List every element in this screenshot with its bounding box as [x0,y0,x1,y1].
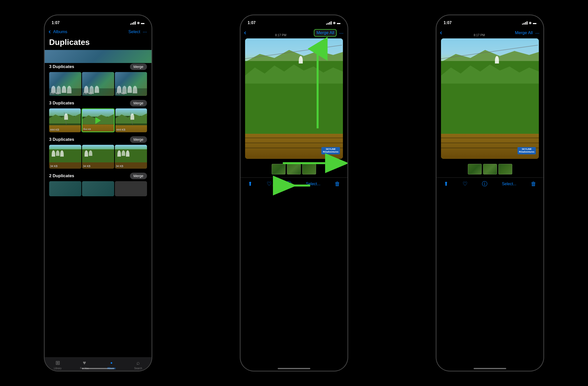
dup-photos-2: 444 KB 444 KB [49,108,147,132]
status-time-3: 1:07 [444,21,452,25]
tab-library-label-1: Library [54,367,62,370]
dup-group-4: 2 Duplicates Merge [45,173,152,200]
photo-2-3[interactable]: 444 KB [115,108,147,132]
share-button-2[interactable]: ⬆ [248,181,252,187]
back-button-1[interactable]: Albums [49,29,67,34]
thumb-3-1[interactable] [468,164,482,174]
wifi-icon-1: ⊛ [137,21,140,25]
skyline-logo-3: SKYLINEROadventures [518,147,536,154]
signal-icon-2 [326,21,332,25]
bottom-toolbar-2: ⬆ ♡ ⓘ Select... 🗑 [241,177,347,190]
photo-size-1-3: 230 KB [116,92,125,95]
delete-button-3[interactable]: 🗑 [531,181,536,187]
merge-all-button-2[interactable]: Merge All [314,29,337,37]
dup-count-2: 3 Duplicates [49,101,74,106]
photo-size-2-1: 444 KB [50,128,59,131]
thumb-3-2[interactable] [483,164,497,174]
dup-group-3: 3 Duplicates Merge 34 KB [45,136,152,173]
more-button-2[interactable]: ··· [339,30,343,36]
dup-photos-1: 230 KB 230 KB [49,72,147,96]
dup-photos-4 [49,181,147,196]
delete-button-2[interactable]: 🗑 [335,181,340,187]
photo-size-3-3: 34 KB [116,165,123,168]
merge-all-button-3[interactable]: Merge All [515,30,533,35]
top-photo-strip-1 [45,50,152,63]
page-title-1: Duplicates [45,36,152,50]
nav-time-3: 8:17 PM [444,33,515,37]
thumb-2-2[interactable] [287,164,301,174]
wifi-icon-3: ⊛ [529,21,532,25]
photo-4-1[interactable] [49,181,81,196]
photo-3-3[interactable]: 34 KB [115,145,147,169]
status-time-1: 1:07 [52,21,60,25]
dup-group-2: 3 Duplicates Merge 444 KB [45,100,152,136]
bottom-toolbar-3: ⬆ ♡ ⓘ Select... 🗑 [436,177,543,190]
status-icons-2: ⊛ ▬ [326,21,340,25]
dup-count-3: 3 Duplicates [49,137,74,142]
tab-library-1[interactable]: ⊞ Library [54,360,62,370]
status-icons-1: ⊛ ▬ [130,21,144,25]
nav-title-3: September 10, 2014 8:17 PM [444,29,515,37]
photo-4-2[interactable] [82,181,114,196]
tab-search-1[interactable]: ⌕ Search [134,360,142,370]
dup-header-4: 2 Duplicates Merge [49,173,147,179]
heart-button-2[interactable]: ♡ [267,181,272,187]
back-chevron-1 [49,30,51,33]
notch-3 [474,15,506,24]
merge-button-2[interactable]: Merge [130,100,147,106]
back-chevron-3 [440,31,443,34]
merge-button-3[interactable]: Merge [130,136,147,143]
phone-1: 1:07 ⊛ ▬ Albums Select ··· [44,15,152,371]
wifi-icon-2: ⊛ [333,21,336,25]
dup-group-1: 3 Duplicates Merge 230 KB [45,63,152,100]
dup-header-3: 3 Duplicates Merge [49,136,147,143]
select-button-3[interactable]: Select... [502,182,517,186]
library-icon-1: ⊞ [55,360,60,366]
info-button-2[interactable]: ⓘ [286,180,291,188]
select-button-2[interactable]: Select... [306,182,320,186]
home-indicator-1 [82,368,114,369]
info-button-3[interactable]: ⓘ [482,180,487,188]
nav-bar-1: Albums Select ··· [45,28,152,36]
home-indicator-3 [474,368,506,369]
nav-actions-2: Merge All ··· [314,29,343,37]
photo-3-2[interactable]: 34 KB [82,145,114,169]
thumb-strip-3 [436,162,543,177]
photo-1-3[interactable]: 230 KB [115,72,147,96]
back-button-3[interactable] [440,32,444,34]
select-button-1[interactable]: Select [128,29,140,34]
battery-icon-3: ▬ [533,21,536,25]
back-button-2[interactable] [245,32,248,34]
skyline-logo-2: SKYLINEROadventures [321,147,340,154]
thumb-2-3[interactable] [302,164,316,174]
merge-button-4[interactable]: Merge [130,173,147,179]
heart-button-3[interactable]: ♡ [463,181,468,187]
signal-icon-3 [522,21,528,25]
thumb-2-1[interactable] [272,164,285,174]
albums-icon-1: ▪ [110,360,112,366]
photo-2-2[interactable]: 444 KB [82,108,115,132]
more-button-3[interactable]: ··· [535,30,540,36]
phone-3: 1:07 ⊛ ▬ September 10, 2014 8:17 PM [436,15,544,371]
photo-2-1[interactable]: 444 KB [49,108,81,132]
search-icon-1: ⌕ [136,360,140,366]
dup-header-2: 3 Duplicates Merge [49,100,147,106]
thumb-strip-2 [241,162,347,177]
main-photo-3: SKYLINEROadventures [441,38,539,159]
merge-button-1[interactable]: Merge [130,63,147,70]
nav-actions-3: Merge All ··· [515,30,540,36]
photo-3-1[interactable]: 34 KB [49,145,81,169]
thumb-3-3[interactable] [498,164,512,174]
dup-header-1: 3 Duplicates Merge [49,63,147,70]
share-button-3[interactable]: ⬆ [444,181,448,187]
phone-2: 1:07 ⊛ ▬ September 10, 2014 8:17 PM [240,15,348,371]
nav-title-2: September 10, 2014 8:17 PM [248,29,314,37]
nav-date-2: September 10, 2014 [248,29,314,33]
photo-size-2-2: 444 KB [83,127,91,131]
photo-1-2[interactable]: 230 KB [82,72,114,96]
status-time-2: 1:07 [248,21,256,25]
nav-actions-1: Select ··· [128,29,147,35]
photo-1-1[interactable]: 230 KB [49,72,81,96]
dup-count-4: 2 Duplicates [49,173,74,178]
more-button-1[interactable]: ··· [143,29,147,35]
